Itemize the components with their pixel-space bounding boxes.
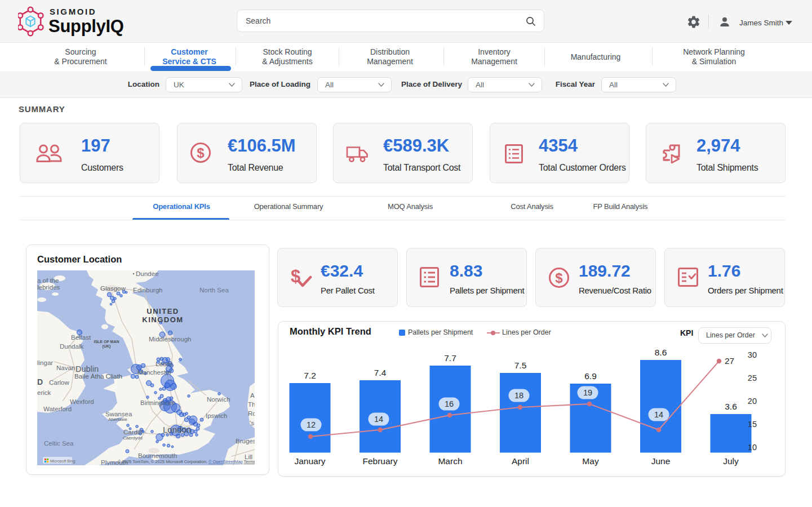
svg-text:10: 10	[748, 443, 757, 452]
svg-text:Leeds: Leeds	[156, 361, 174, 367]
svg-text:February: February	[362, 456, 397, 466]
svg-text:14: 14	[654, 410, 663, 419]
svg-text:Carlow: Carlow	[49, 379, 69, 386]
svg-text:A: A	[250, 392, 255, 399]
svg-text:D: D	[37, 377, 43, 386]
svg-text:KINGDOM: KINGDOM	[142, 315, 183, 324]
svg-text:a of the: a of the	[37, 277, 59, 284]
svg-text:8.6: 8.6	[655, 348, 667, 357]
svg-text:Abertawe: Abertawe	[108, 417, 127, 422]
svg-text:$: $	[197, 145, 205, 161]
svg-text:© 2025 TomTom, © 2025 Microsof: © 2025 TomTom, © 2025 Microsoft Corporat…	[118, 459, 255, 464]
svg-text:12: 12	[307, 420, 316, 429]
svg-text:Dundee: Dundee	[136, 270, 158, 277]
svg-text:April: April	[512, 456, 529, 466]
svg-text:Navan: Navan	[56, 364, 75, 371]
svg-text:May: May	[582, 456, 599, 466]
svg-text:Dublin: Dublin	[76, 364, 99, 373]
svg-text:27: 27	[725, 356, 734, 366]
svg-text:Celtic Sea: Celtic Sea	[44, 440, 74, 447]
svg-text:erick: erick	[37, 389, 51, 396]
svg-text:lingar: lingar	[37, 359, 53, 366]
svg-text:Dundalk: Dundalk	[60, 343, 83, 350]
svg-text:Birmingham: Birmingham	[140, 399, 175, 406]
svg-text:'s: 's	[250, 420, 254, 426]
svg-text:Bournemouth: Bournemouth	[138, 452, 177, 459]
svg-text:7.7: 7.7	[444, 353, 456, 363]
svg-text:Cardiff: Cardiff	[123, 429, 143, 435]
svg-text:$: $	[555, 270, 563, 286]
svg-text:June: June	[651, 456, 671, 466]
svg-text:ISLE OF MAN: ISLE OF MAN	[94, 340, 119, 344]
svg-text:3.6: 3.6	[725, 402, 737, 411]
svg-text:Glasgow: Glasgow	[100, 285, 126, 292]
svg-text:7.4: 7.4	[374, 368, 387, 377]
svg-text:Caerdydd: Caerdydd	[123, 435, 143, 441]
svg-text:14: 14	[374, 415, 383, 424]
svg-text:July: July	[723, 456, 739, 466]
svg-text:March: March	[438, 456, 462, 466]
svg-text:Middlesbrough: Middlesbrough	[149, 336, 191, 343]
svg-text:Bruges: Bruges	[236, 438, 255, 444]
svg-text:North Sea: North Sea	[199, 287, 229, 293]
svg-text:Edinburgh: Edinburgh	[133, 287, 162, 293]
svg-text:19: 19	[583, 388, 592, 397]
svg-text:30: 30	[748, 350, 757, 359]
svg-text:Rc: Rc	[248, 410, 255, 417]
svg-text:16: 16	[445, 399, 454, 408]
svg-text:Belfast: Belfast	[71, 334, 91, 341]
svg-text:Manchester: Manchester	[137, 369, 171, 376]
svg-text:Norwich: Norwich	[207, 396, 230, 403]
svg-text:(UK): (UK)	[103, 344, 111, 349]
svg-text:6.9: 6.9	[584, 371, 597, 381]
svg-text:Th: Th	[248, 401, 255, 408]
svg-text:London: London	[163, 425, 191, 434]
svg-text:25: 25	[748, 373, 757, 383]
svg-text:7.2: 7.2	[304, 371, 316, 380]
svg-text:UNITED: UNITED	[147, 307, 179, 315]
svg-text:18: 18	[514, 391, 523, 400]
svg-text:7.5: 7.5	[514, 361, 527, 370]
svg-text:Waterford: Waterford	[43, 406, 72, 412]
svg-text:Wexford: Wexford	[70, 398, 94, 405]
svg-text:20: 20	[748, 397, 757, 406]
svg-text:15: 15	[748, 420, 757, 429]
svg-text:Baile Átha Cliath: Baile Átha Cliath	[74, 373, 122, 380]
svg-text:lebrides: lebrides	[37, 284, 60, 291]
svg-text:Microsoft Bing: Microsoft Bing	[50, 459, 75, 464]
svg-text:Ipswich: Ipswich	[206, 412, 227, 419]
svg-text:January: January	[294, 456, 325, 466]
